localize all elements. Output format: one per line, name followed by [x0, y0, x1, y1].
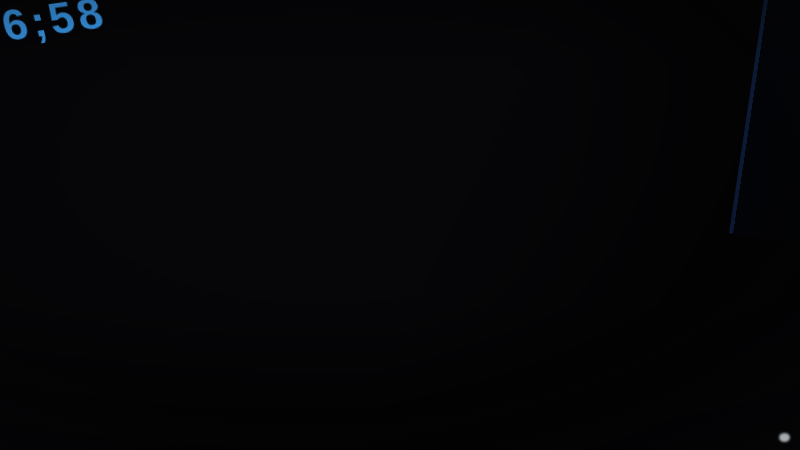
premiere-timeline-panel: 6;58 — [0, 0, 800, 450]
photo-of-premiere-timeline: 6;58 — [0, 0, 800, 450]
glare-dot — [779, 433, 790, 442]
playhead-timecode[interactable]: 6;58 — [0, 0, 112, 51]
